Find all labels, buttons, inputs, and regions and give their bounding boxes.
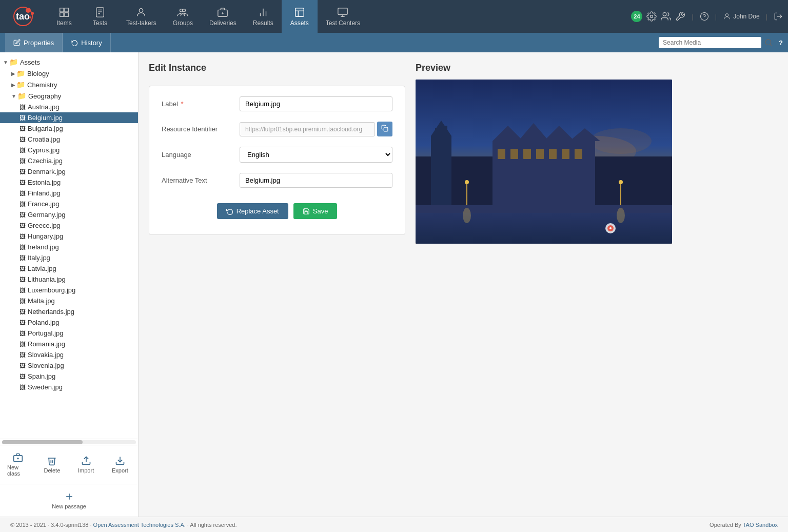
company-link[interactable]: Open Assessment Technologies S.A. bbox=[93, 522, 186, 528]
settings-icon[interactable] bbox=[646, 11, 657, 22]
tree-item-luxembourg[interactable]: 🖼 Luxembourg.jpg bbox=[0, 285, 138, 295]
nav-item-deliveries[interactable]: Deliveries bbox=[201, 0, 245, 33]
nav-item-results[interactable]: Results bbox=[245, 0, 282, 33]
tree-item-poland[interactable]: 🖼 Poland.jpg bbox=[0, 317, 138, 328]
tab-history[interactable]: History bbox=[63, 33, 110, 52]
tree-label-malta: Malta.jpg bbox=[28, 297, 55, 305]
help-button[interactable]: ? bbox=[779, 39, 783, 47]
tab-properties[interactable]: Properties bbox=[5, 33, 63, 52]
tree-item-romania[interactable]: 🖼 Romania.jpg bbox=[0, 339, 138, 349]
footer: © 2013 - 2021 · 3.4.0-sprint138 · Open A… bbox=[0, 517, 788, 532]
caret-icon[interactable]: ▼ bbox=[3, 60, 8, 65]
tree-item-slovakia[interactable]: 🖼 Slovakia.jpg bbox=[0, 349, 138, 360]
tree-item-chemistry[interactable]: ▶ 📁 Chemistry bbox=[0, 79, 138, 90]
replace-asset-button[interactable]: Replace Asset bbox=[217, 203, 288, 219]
nav-separator-2: | bbox=[715, 13, 717, 21]
tree-item-netherlands[interactable]: 🖼 Netherlands.jpg bbox=[0, 306, 138, 317]
tree-label-france: France.jpg bbox=[28, 200, 59, 208]
nav-item-test-takers[interactable]: Test-takers bbox=[118, 0, 165, 33]
tree-item-biology[interactable]: ▶ 📁 Biology bbox=[0, 68, 138, 79]
svg-rect-57 bbox=[523, 149, 531, 159]
svg-point-29 bbox=[726, 14, 728, 16]
tree-item-spain[interactable]: 🖼 Spain.jpg bbox=[0, 371, 138, 382]
caret-icon[interactable]: ▼ bbox=[11, 93, 16, 99]
user-info[interactable]: John Doe bbox=[723, 12, 759, 21]
nav-item-groups[interactable]: Groups bbox=[165, 0, 201, 33]
tree-item-ireland[interactable]: 🖼 Ireland.jpg bbox=[0, 242, 138, 252]
alt-text-input[interactable] bbox=[240, 173, 392, 188]
resource-identifier-input[interactable] bbox=[240, 122, 375, 136]
nav-item-tests[interactable]: Tests bbox=[82, 0, 118, 33]
copy-button[interactable] bbox=[377, 122, 392, 136]
svg-rect-49 bbox=[443, 126, 447, 139]
save-button[interactable]: Save bbox=[293, 203, 338, 219]
tree-item-croatia[interactable]: 🖼 Croatia.jpg bbox=[0, 134, 138, 145]
tao-logo[interactable]: tao bbox=[5, 4, 41, 29]
svg-point-67 bbox=[463, 208, 471, 223]
tree-item-belgium[interactable]: 🖼 Belgium.jpg bbox=[0, 112, 138, 123]
import-button[interactable]: Import bbox=[70, 449, 102, 480]
svg-rect-6 bbox=[65, 8, 68, 11]
svg-text:tao: tao bbox=[16, 11, 30, 22]
file-icon: 🖼 bbox=[19, 384, 26, 391]
tree-item-finland[interactable]: 🖼 Finland.jpg bbox=[0, 188, 138, 199]
tree-item-geography[interactable]: ▼ 📁 Geography bbox=[0, 90, 138, 102]
logout-icon[interactable] bbox=[774, 12, 783, 21]
tree-item-estonia[interactable]: 🖼 Estonia.jpg bbox=[0, 177, 138, 188]
tree-item-assets-root[interactable]: ▼ 📁 Assets bbox=[0, 56, 138, 68]
replace-icon bbox=[226, 208, 233, 215]
svg-rect-46 bbox=[431, 136, 451, 208]
tao-sandbox-link[interactable]: TAO Sandbox bbox=[743, 522, 778, 528]
tree-item-germany[interactable]: 🖼 Germany.jpg bbox=[0, 209, 138, 220]
file-icon: 🖼 bbox=[19, 125, 26, 132]
nav-separator-3: | bbox=[766, 13, 767, 21]
notification-badge[interactable]: 24 bbox=[631, 11, 642, 22]
tree-item-slovenia[interactable]: 🖼 Slovenia.jpg bbox=[0, 360, 138, 371]
file-icon: 🖼 bbox=[19, 157, 26, 165]
operated-by: Operated By TAO Sandbox bbox=[710, 522, 778, 528]
tree-item-italy[interactable]: 🖼 Italy.jpg bbox=[0, 252, 138, 263]
tree-label-assets: Assets bbox=[20, 58, 40, 66]
search-input[interactable] bbox=[659, 37, 761, 48]
tree-item-latvia[interactable]: 🖼 Latvia.jpg bbox=[0, 263, 138, 274]
file-icon: 🖼 bbox=[19, 351, 26, 359]
help-icon[interactable] bbox=[700, 12, 709, 21]
language-select[interactable]: English French German Spanish bbox=[240, 147, 392, 163]
file-icon: 🖼 bbox=[19, 147, 26, 154]
search-area: ? bbox=[659, 37, 783, 48]
svg-rect-22 bbox=[296, 8, 304, 16]
svg-rect-9 bbox=[96, 7, 104, 16]
tree-item-cyprus[interactable]: 🖼 Cyprus.jpg bbox=[0, 145, 138, 155]
tree-item-portugal[interactable]: 🖼 Portugal.jpg bbox=[0, 328, 138, 339]
copy-icon bbox=[381, 125, 388, 132]
tree-item-denmark[interactable]: 🖼 Denmark.jpg bbox=[0, 166, 138, 177]
tree-label-spain: Spain.jpg bbox=[28, 372, 55, 380]
tree-item-malta[interactable]: 🖼 Malta.jpg bbox=[0, 295, 138, 306]
nav-item-assets[interactable]: Assets bbox=[282, 0, 318, 33]
nav-item-test-centers[interactable]: Test Centers bbox=[318, 0, 368, 33]
nav-item-items[interactable]: Items bbox=[46, 0, 82, 33]
wrench-icon[interactable] bbox=[675, 11, 685, 22]
tree-item-sweden[interactable]: 🖼 Sweden.jpg bbox=[0, 382, 138, 392]
tree-item-czechia[interactable]: 🖼 Czechia.jpg bbox=[0, 155, 138, 166]
users-icon[interactable] bbox=[661, 11, 671, 22]
tree-label-estonia: Estonia.jpg bbox=[28, 179, 61, 186]
tree-item-lithuania[interactable]: 🖼 Lithuania.jpg bbox=[0, 274, 138, 285]
tree-label-czechia: Czechia.jpg bbox=[28, 157, 63, 165]
new-class-button[interactable]: New class bbox=[2, 449, 34, 480]
caret-icon[interactable]: ▶ bbox=[11, 71, 15, 76]
tree-item-austria[interactable]: 🖼 Austria.jpg bbox=[0, 102, 138, 112]
label-input[interactable] bbox=[240, 96, 392, 111]
svg-point-68 bbox=[617, 208, 625, 223]
tree-item-hungary[interactable]: 🖼 Hungary.jpg bbox=[0, 231, 138, 242]
delete-button[interactable]: Delete bbox=[36, 449, 68, 480]
new-passage-button[interactable]: New passage bbox=[2, 488, 136, 513]
copyright-text: © 2013 - 2021 · 3.4.0-sprint138 · Open A… bbox=[10, 522, 237, 528]
tree-item-greece[interactable]: 🖼 Greece.jpg bbox=[0, 220, 138, 231]
sidebar-hscroll[interactable] bbox=[0, 439, 138, 445]
export-button[interactable]: Export bbox=[104, 449, 136, 480]
tree-item-france[interactable]: 🖼 France.jpg bbox=[0, 199, 138, 209]
caret-icon[interactable]: ▶ bbox=[11, 82, 15, 88]
tree-item-bulgaria[interactable]: 🖼 Bulgaria.jpg bbox=[0, 123, 138, 134]
search-icon[interactable] bbox=[764, 38, 773, 47]
